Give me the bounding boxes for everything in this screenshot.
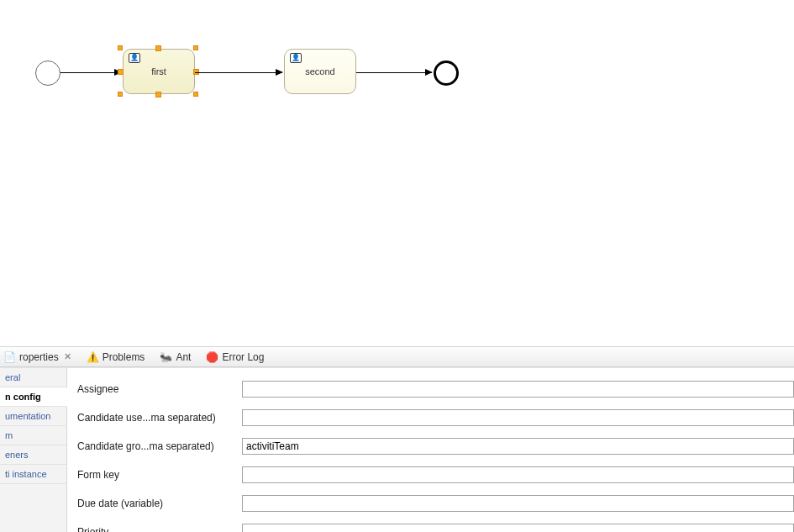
properties-form: Assignee Candidate use...ma separated) C… (67, 368, 794, 532)
candidate-users-input[interactable] (242, 409, 794, 426)
start-event-node[interactable] (35, 61, 60, 86)
resize-handle[interactable] (118, 69, 124, 75)
user-task-icon: 👤 (129, 53, 140, 63)
side-tab-general[interactable]: eral (0, 368, 66, 387)
tab-label: Ant (176, 351, 191, 363)
user-task-second[interactable]: 👤 second (284, 49, 356, 94)
tab-problems[interactable]: ⚠️ Problems (83, 351, 149, 363)
end-event-node[interactable] (434, 61, 459, 86)
resize-handle[interactable] (155, 45, 161, 51)
close-icon[interactable]: ✕ (64, 351, 71, 362)
tab-label: Problems (103, 351, 145, 363)
tab-label: roperties (19, 351, 59, 363)
due-date-label: Due date (variable) (77, 498, 242, 509)
priority-input[interactable] (242, 524, 794, 532)
resize-handle[interactable] (193, 45, 198, 50)
properties-panel: eral n config umentation m eners ti inst… (0, 367, 794, 532)
sequence-flow[interactable] (356, 72, 432, 73)
side-tab-multi-instance[interactable]: ti instance (0, 465, 66, 484)
view-tab-bar: 📄 roperties ✕ ⚠️ Problems 🐜 Ant 🛑 Error … (0, 346, 794, 367)
properties-side-tabs: eral n config umentation m eners ti inst… (0, 368, 67, 532)
task-label: second (305, 66, 334, 76)
resize-handle[interactable] (118, 45, 123, 50)
form-key-label: Form key (77, 469, 242, 481)
assignee-input[interactable] (242, 381, 794, 398)
bpmn-canvas[interactable]: 👤 first 👤 second (0, 0, 794, 345)
side-tab-documentation[interactable]: umentation (0, 407, 66, 426)
side-tab-form[interactable]: m (0, 426, 66, 445)
form-key-input[interactable] (242, 466, 794, 483)
properties-icon: 📄 (3, 351, 16, 363)
resize-handle[interactable] (155, 92, 161, 97)
tab-ant[interactable]: 🐜 Ant (156, 351, 194, 363)
sequence-flow[interactable] (60, 72, 121, 73)
errorlog-icon: 🛑 (206, 351, 218, 363)
due-date-input[interactable] (242, 495, 794, 512)
candidate-groups-input[interactable] (242, 438, 794, 455)
candidate-groups-label: Candidate gro...ma separated) (77, 440, 242, 452)
user-task-icon: 👤 (290, 53, 302, 63)
sequence-flow[interactable] (195, 72, 282, 73)
resize-handle[interactable] (118, 92, 123, 97)
tab-properties[interactable]: 📄 roperties ✕ (0, 351, 75, 363)
assignee-label: Assignee (77, 383, 242, 395)
priority-label: Priority (77, 526, 242, 532)
tab-errorlog[interactable]: 🛑 Error Log (202, 351, 267, 363)
side-tab-main-config[interactable]: n config (0, 387, 67, 407)
tab-label: Error Log (222, 351, 264, 363)
candidate-users-label: Candidate use...ma separated) (77, 412, 242, 424)
task-label: first (151, 66, 166, 76)
resize-handle[interactable] (193, 92, 198, 97)
user-task-first[interactable]: 👤 first (123, 49, 195, 94)
problems-icon: ⚠️ (87, 351, 99, 363)
ant-icon: 🐜 (160, 351, 172, 363)
side-tab-listeners[interactable]: eners (0, 445, 66, 465)
